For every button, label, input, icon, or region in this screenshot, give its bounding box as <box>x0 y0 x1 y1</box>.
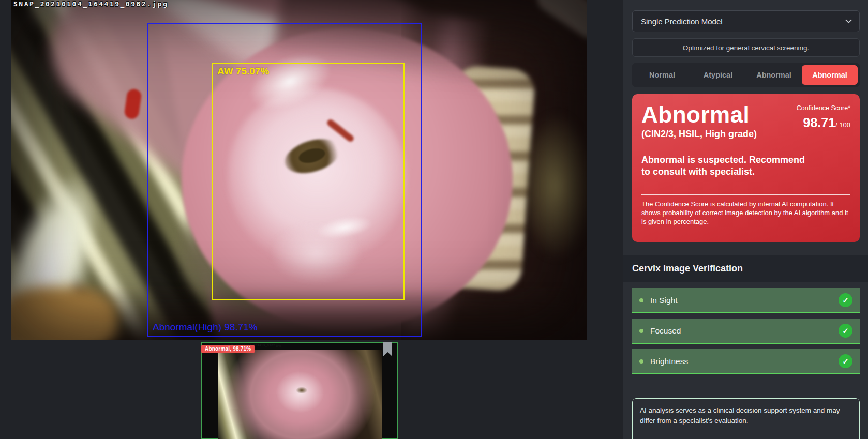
model-note: Optimized for general cervical screening… <box>632 38 860 57</box>
result-card-header: Abnormal (CIN2/3, HSIL, High grade) Conf… <box>641 103 850 140</box>
photo-layer-specular-highlight <box>240 41 340 122</box>
photo-layer-tissue-fold <box>25 0 348 246</box>
photo-layer-shadow-right <box>401 0 587 340</box>
photo-layer-acetowhite <box>228 88 407 266</box>
analysis-sidebar: Single Prediction Model Optimized for ge… <box>623 0 868 439</box>
photo-layer-shadow-top <box>272 0 587 117</box>
detection-label-abnormal: Abnormal(High) 98.71% <box>153 322 258 333</box>
photo-layer-tan-bottomleft <box>11 287 117 340</box>
result-title-block: Abnormal (CIN2/3, HSIL, High grade) <box>641 103 757 140</box>
photo-layer-vignette <box>11 0 587 340</box>
confidence-score-max: / 100 <box>835 121 850 129</box>
check-circle-icon: ✓ <box>839 354 852 368</box>
model-select-value: Single Prediction Model <box>641 17 723 26</box>
photo-layer-os-core <box>297 146 327 165</box>
ai-disclaimer-box: AI analysis serves as a clinical decisio… <box>632 398 860 439</box>
tab-abnormal[interactable]: Abnormal <box>746 65 802 85</box>
result-card: Abnormal (CIN2/3, HSIL, High grade) Conf… <box>632 94 860 242</box>
photo-layer-tan-tissue <box>440 65 536 292</box>
result-message: Abnormal is suspected. Recommend to cons… <box>641 154 850 178</box>
verification-label: Focused <box>650 326 839 336</box>
detection-label-acetowhite: AW 75.07% <box>217 66 269 77</box>
model-select[interactable]: Single Prediction Model <box>632 10 860 32</box>
detection-box-acetowhite: AW 75.07% <box>212 63 405 300</box>
result-footnote: The Confidence Score is calculated by in… <box>641 200 850 226</box>
check-circle-icon: ✓ <box>839 293 852 307</box>
result-subtitle: (CIN2/3, HSIL, High grade) <box>641 129 757 140</box>
chevron-down-icon <box>845 17 852 23</box>
classification-tabs: Normal Atypical Abnormal Abnormal <box>632 63 860 87</box>
photo-layer-glare-left <box>11 163 118 340</box>
confidence-score-row: 98.71/ 100 <box>797 115 850 130</box>
result-divider <box>641 194 850 195</box>
photo-layer-glare-top <box>25 0 280 94</box>
photo-layer-streak-topright <box>531 0 587 44</box>
photo-layer-glint <box>315 213 374 243</box>
tab-normal[interactable]: Normal <box>634 65 690 85</box>
photo-layer-red-streak <box>326 118 355 143</box>
verification-heading: Cervix Image Verification <box>632 263 743 274</box>
bullet-icon <box>639 329 643 333</box>
bullet-icon <box>639 359 643 364</box>
verification-section-header: Cervix Image Verification <box>623 255 868 282</box>
result-title: Abnormal <box>641 103 757 127</box>
photo-layer-gray-tissue <box>161 150 377 336</box>
filmstrip-thumbnail[interactable]: SNAP_20210104_164419_0982.jpg Abnormal, … <box>201 342 398 439</box>
verification-list: In Sight ✓ Focused ✓ Brightness ✓ <box>623 282 868 374</box>
app-window: SNAP_20210104_164419_0982.jpg Abnormal(H… <box>0 0 868 439</box>
photo-layer-blood-spot <box>124 88 142 119</box>
thumbnail-score-badge: Abnormal, 98.71% <box>201 345 255 353</box>
colposcopy-image-viewer[interactable]: SNAP_20210104_164419_0982.jpg Abnormal(H… <box>11 0 587 340</box>
photo-layer-cervical-os <box>281 133 345 179</box>
photo-layer-speculum-left <box>11 0 224 340</box>
image-filename: SNAP_20210104_164419_0982.jpg <box>13 0 168 8</box>
confidence-score-value: 98.71 <box>803 115 836 130</box>
bookmark-icon[interactable] <box>383 342 392 356</box>
detection-box-abnormal: Abnormal(High) 98.71% <box>147 23 422 337</box>
photo-layer-vaginal-walls <box>57 0 523 340</box>
model-note-text: Optimized for general cervical screening… <box>683 44 810 52</box>
check-circle-icon: ✓ <box>839 324 852 338</box>
verification-row-in-sight: In Sight ✓ <box>632 288 860 313</box>
thumbnail-image <box>218 350 382 439</box>
bullet-icon <box>639 298 643 302</box>
photo-layer-fold-right <box>377 12 499 340</box>
verification-row-focused: Focused ✓ <box>632 319 860 344</box>
verification-row-brightness: Brightness ✓ <box>632 349 860 374</box>
confidence-score-block: Confidence Score* 98.71/ 100 <box>797 103 850 140</box>
verification-label: Brightness <box>650 357 839 366</box>
photo-layer-olive-patch <box>520 114 587 259</box>
photo-layer-shadow-bottom <box>73 287 570 340</box>
photo-layer-acetowhite-2 <box>270 222 363 284</box>
verification-label: In Sight <box>650 296 839 305</box>
photo-layer-cervix <box>182 28 513 331</box>
tab-atypical[interactable]: Atypical <box>690 65 746 85</box>
confidence-score-label: Confidence Score* <box>797 104 850 112</box>
tab-abnormal-active[interactable]: Abnormal <box>802 65 858 85</box>
